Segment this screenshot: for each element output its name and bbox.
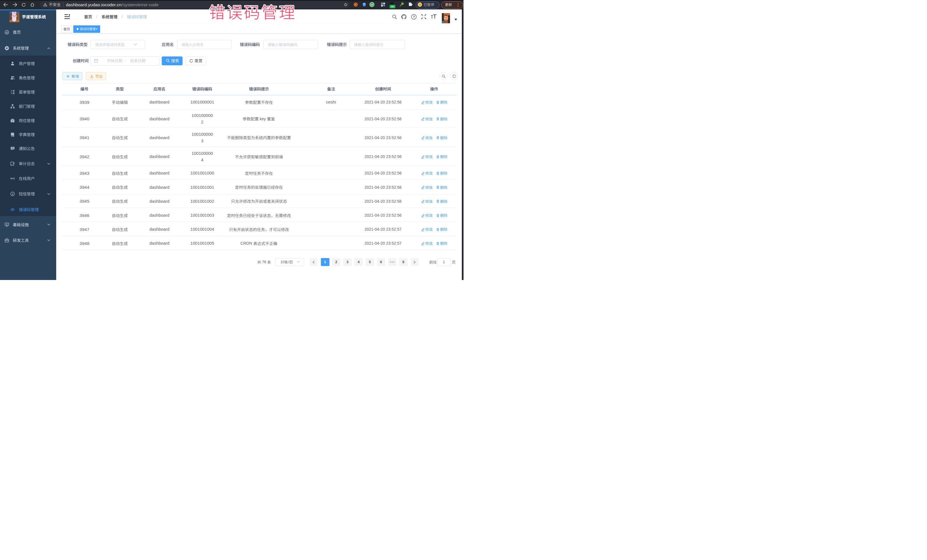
svg-text:?: ? bbox=[413, 15, 415, 18]
